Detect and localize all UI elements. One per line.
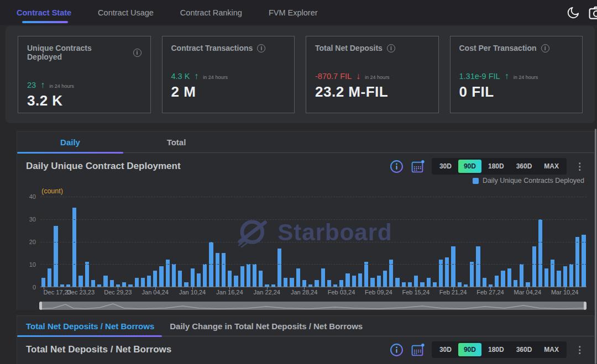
bar[interactable]	[284, 278, 287, 287]
moon-icon[interactable]	[566, 6, 580, 20]
bar[interactable]	[296, 268, 300, 287]
bar[interactable]	[172, 264, 176, 287]
bar[interactable]	[72, 208, 76, 287]
info-icon[interactable]: i	[541, 44, 549, 52]
bar[interactable]	[370, 278, 374, 287]
range-90d[interactable]: 90D	[458, 160, 481, 173]
bar[interactable]	[271, 284, 275, 287]
bar[interactable]	[339, 280, 343, 287]
range-90d[interactable]: 90D	[458, 343, 481, 356]
bar[interactable]	[495, 276, 499, 287]
bar[interactable]	[464, 284, 468, 287]
bar[interactable]	[358, 273, 362, 287]
bar[interactable]	[178, 271, 182, 287]
bar[interactable]	[352, 276, 356, 287]
bar[interactable]	[501, 271, 505, 287]
bar[interactable]	[277, 249, 281, 287]
info-icon[interactable]: i	[387, 44, 395, 52]
calendar-icon[interactable]	[411, 160, 425, 173]
nav-tab-contract-usage[interactable]: Contract Usage	[98, 0, 154, 25]
bar[interactable]	[290, 278, 294, 287]
bar[interactable]	[476, 246, 480, 287]
bar[interactable]	[48, 268, 51, 287]
datazoom-handle-left[interactable]	[39, 302, 42, 310]
info-icon[interactable]: i	[257, 44, 265, 52]
bar[interactable]	[308, 284, 312, 287]
bar[interactable]	[483, 278, 486, 287]
bar[interactable]	[216, 253, 219, 287]
bar[interactable]	[97, 284, 101, 287]
nav-tab-fvm-explorer[interactable]: FVM Explorer	[269, 0, 318, 25]
bar[interactable]	[327, 280, 331, 287]
range-30d[interactable]: 30D	[434, 343, 457, 356]
bar[interactable]	[445, 257, 449, 287]
bar[interactable]	[234, 276, 238, 287]
bar[interactable]	[427, 278, 431, 287]
calendar-icon[interactable]	[411, 343, 425, 357]
bar[interactable]	[526, 282, 530, 287]
range-360d[interactable]: 360D	[511, 343, 538, 356]
range-180d[interactable]: 180D	[483, 160, 510, 173]
datazoom-slider[interactable]	[39, 302, 586, 310]
nav-tab-contract-state[interactable]: Contract State	[17, 0, 71, 25]
bar[interactable]	[91, 280, 95, 287]
bar[interactable]	[240, 266, 244, 287]
kebab-menu-icon[interactable]: ⋮	[574, 162, 585, 171]
bar[interactable]	[538, 219, 542, 287]
bar[interactable]	[253, 264, 256, 287]
range-30d[interactable]: 30D	[434, 160, 457, 173]
bar[interactable]	[184, 282, 188, 287]
bar[interactable]	[395, 278, 399, 287]
bar[interactable]	[333, 284, 337, 287]
bar[interactable]	[128, 284, 132, 287]
tab-daily[interactable]: Daily	[17, 131, 123, 152]
tab-daily-change-in-total-net-deposits-net-borrows[interactable]: Daily Change in Total Net Deposits / Net…	[162, 316, 370, 336]
bar[interactable]	[122, 282, 126, 287]
bar[interactable]	[345, 273, 349, 287]
bar[interactable]	[420, 282, 424, 287]
bar[interactable]	[569, 264, 573, 287]
bar[interactable]	[110, 280, 114, 287]
range-180d[interactable]: 180D	[483, 343, 510, 356]
bar[interactable]	[470, 262, 474, 287]
bar[interactable]	[582, 235, 585, 287]
range-max[interactable]: MAX	[538, 160, 564, 173]
bar[interactable]	[222, 253, 226, 287]
bar[interactable]	[575, 237, 579, 287]
bar[interactable]	[563, 266, 567, 287]
bar[interactable]	[153, 271, 157, 287]
camera-icon[interactable]	[588, 6, 597, 20]
bar[interactable]	[433, 282, 437, 287]
bar[interactable]	[451, 246, 455, 287]
range-360d[interactable]: 360D	[511, 160, 538, 173]
bar[interactable]	[414, 276, 418, 287]
bar[interactable]	[54, 226, 57, 287]
range-max[interactable]: MAX	[538, 343, 564, 356]
tab-total[interactable]: Total	[123, 131, 229, 152]
info-icon[interactable]	[390, 160, 404, 173]
bar[interactable]	[147, 276, 151, 287]
tab-total-net-deposits-net-borrows[interactable]: Total Net Deposits / Net Borrows	[17, 316, 162, 336]
bar[interactable]	[544, 268, 548, 287]
bar[interactable]	[514, 280, 517, 287]
bar[interactable]	[315, 280, 318, 287]
bar[interactable]	[197, 273, 201, 287]
bar[interactable]	[228, 271, 232, 287]
bar[interactable]	[247, 264, 250, 287]
kebab-menu-icon[interactable]: ⋮	[574, 345, 585, 355]
bar[interactable]	[41, 278, 45, 287]
bar[interactable]	[103, 276, 107, 287]
bar[interactable]	[85, 262, 89, 287]
info-icon[interactable]	[390, 343, 404, 357]
bar[interactable]	[377, 276, 381, 287]
nav-tab-contract-ranking[interactable]: Contract Ranking	[180, 0, 242, 25]
info-icon[interactable]: i	[133, 49, 142, 57]
bar[interactable]	[159, 266, 163, 287]
bar[interactable]	[141, 278, 145, 287]
bar[interactable]	[532, 246, 536, 287]
bar[interactable]	[321, 268, 325, 287]
bar[interactable]	[60, 284, 64, 287]
bar[interactable]	[203, 264, 207, 287]
bar[interactable]	[66, 284, 70, 287]
bar[interactable]	[191, 268, 195, 287]
